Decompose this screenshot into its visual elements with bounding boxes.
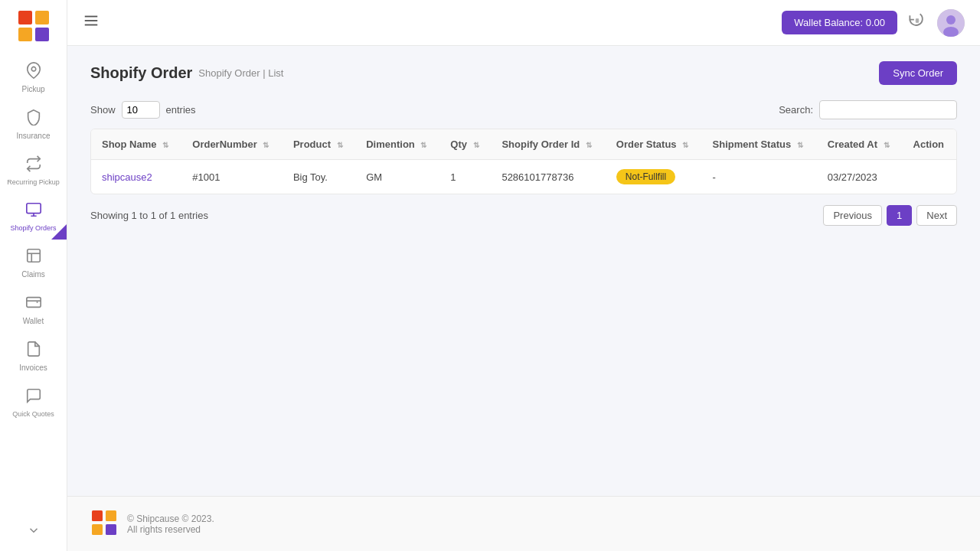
- svg-rect-23: [106, 524, 116, 535]
- sort-shipment-status-icon: ⇅: [797, 141, 803, 149]
- entries-label: entries: [166, 104, 196, 116]
- table-wrapper: Shop Name ⇅ OrderNumber ⇅ Product ⇅ Di: [90, 129, 957, 194]
- sidebar-item-shopify-orders[interactable]: Shopify Orders: [0, 194, 67, 240]
- cell-created-at: 03/27/2023: [817, 160, 903, 194]
- shopify-orders-icon: [25, 201, 42, 222]
- avatar[interactable]: [937, 9, 965, 37]
- sync-order-button[interactable]: Sync Order: [879, 61, 957, 85]
- sidebar-item-quick-quotes-label: Quick Quotes: [9, 410, 57, 418]
- col-order-status[interactable]: Order Status ⇅: [606, 129, 702, 160]
- svg-rect-6: [27, 249, 40, 262]
- quick-quotes-icon: [25, 387, 42, 408]
- breadcrumb: Shopify Order | List: [198, 67, 283, 79]
- col-product[interactable]: Product ⇅: [283, 129, 355, 160]
- col-shopify-order-id[interactable]: Shopify Order Id ⇅: [491, 129, 605, 160]
- invoices-icon: [25, 341, 42, 361]
- cell-shop-name: shipcause2: [91, 160, 181, 194]
- footer-rights: All rights reserved: [127, 524, 214, 535]
- breadcrumb-current: List: [268, 67, 283, 79]
- footer: © Shipcause © 2023. All rights reserved: [67, 496, 980, 551]
- svg-rect-21: [106, 510, 116, 521]
- sort-dimention-icon: ⇅: [420, 141, 426, 149]
- sort-order-number-icon: ⇅: [263, 141, 269, 149]
- pickup-icon: [25, 62, 42, 83]
- pagination-area: Showing 1 to 1 of 1 entries Previous 1 N…: [90, 205, 957, 226]
- header-left: [83, 12, 100, 33]
- svg-point-18: [946, 15, 956, 24]
- wallet-icon: [25, 294, 42, 315]
- sidebar-item-wallet-label: Wallet: [23, 317, 44, 325]
- entries-input[interactable]: [122, 101, 160, 119]
- previous-page-button[interactable]: Previous: [823, 205, 882, 226]
- sidebar-more[interactable]: [0, 516, 67, 551]
- sort-order-status-icon: ⇅: [682, 141, 688, 149]
- sidebar-item-recurring-label: Recurring Pickup: [4, 178, 63, 186]
- sidebar-item-claims-label: Claims: [21, 270, 45, 279]
- refresh-icon[interactable]: [909, 12, 926, 33]
- sort-shopify-order-id-icon: ⇅: [586, 141, 592, 149]
- sidebar-item-invoices-label: Invoices: [19, 364, 47, 372]
- next-page-button[interactable]: Next: [916, 205, 957, 226]
- cell-shipment-status: -: [702, 160, 817, 194]
- col-action: Action: [903, 129, 956, 160]
- search-label: Search:: [779, 104, 813, 116]
- sidebar-item-wallet[interactable]: Wallet: [0, 286, 67, 333]
- table-controls: Show entries Search:: [90, 100, 957, 119]
- footer-copyright: © Shipcause © 2023.: [127, 514, 214, 524]
- svg-rect-5: [26, 204, 40, 214]
- wallet-balance-button[interactable]: Wallet Balance: 0.00: [782, 11, 897, 34]
- orders-table: Shop Name ⇅ OrderNumber ⇅ Product ⇅ Di: [91, 129, 956, 194]
- sidebar-item-claims[interactable]: Claims: [0, 240, 67, 286]
- breadcrumb-link[interactable]: Shopify Order: [198, 67, 260, 79]
- sidebar-item-pickup-label: Pickup: [21, 85, 44, 93]
- header: Wallet Balance: 0.00: [67, 0, 980, 46]
- sort-shop-name-icon: ⇅: [162, 141, 168, 149]
- svg-point-4: [31, 67, 36, 71]
- show-entries-area: Show entries: [90, 101, 196, 119]
- sidebar-item-invoices[interactable]: Invoices: [0, 333, 67, 380]
- sidebar: Pickup Insurance Recurring Pickup Shopif…: [0, 0, 67, 551]
- col-order-number[interactable]: OrderNumber ⇅: [181, 129, 283, 160]
- svg-rect-2: [18, 28, 32, 41]
- svg-rect-22: [92, 524, 103, 535]
- sidebar-item-recurring-pickup[interactable]: Recurring Pickup: [0, 148, 67, 194]
- cell-action: [903, 160, 956, 194]
- header-right: Wallet Balance: 0.00: [782, 9, 965, 37]
- page-1-button[interactable]: 1: [887, 205, 912, 226]
- svg-rect-20: [92, 510, 103, 521]
- col-shop-name[interactable]: Shop Name ⇅: [91, 129, 181, 160]
- cell-product: Big Toy.: [283, 160, 355, 194]
- chevron-down-icon: [27, 523, 41, 541]
- col-qty[interactable]: Qty ⇅: [439, 129, 491, 160]
- col-dimention[interactable]: Dimention ⇅: [355, 129, 439, 160]
- sidebar-item-insurance-label: Insurance: [17, 132, 51, 140]
- footer-logo: [90, 509, 118, 539]
- status-badge: Not-Fullfill: [616, 169, 675, 184]
- col-created-at[interactable]: Created At ⇅: [817, 129, 903, 160]
- table-header-row: Shop Name ⇅ OrderNumber ⇅ Product ⇅ Di: [91, 129, 956, 160]
- svg-rect-0: [18, 11, 32, 24]
- cell-order-status: Not-Fullfill: [606, 160, 702, 194]
- insurance-icon: [25, 109, 42, 129]
- sidebar-item-quick-quotes[interactable]: Quick Quotes: [0, 380, 67, 425]
- showing-text: Showing 1 to 1 of 1 entries: [90, 210, 208, 221]
- page-header: Shopify Order Shopify Order | List Sync …: [90, 61, 957, 85]
- search-input[interactable]: [819, 100, 957, 119]
- show-label: Show: [90, 104, 116, 116]
- footer-text-block: © Shipcause © 2023. All rights reserved: [127, 514, 214, 535]
- cell-shopify-order-id: 5286101778736: [491, 160, 605, 194]
- sort-product-icon: ⇅: [337, 141, 343, 149]
- claims-icon: [25, 247, 42, 268]
- hamburger-icon[interactable]: [83, 12, 100, 33]
- table-row: shipcause2 #1001 Big Toy. GM 1 528610177…: [91, 160, 956, 194]
- col-shipment-status[interactable]: Shipment Status ⇅: [702, 129, 817, 160]
- sidebar-item-shopify-label: Shopify Orders: [7, 224, 59, 232]
- recurring-pickup-icon: [25, 155, 42, 176]
- sort-created-at-icon: ⇅: [884, 141, 890, 149]
- sidebar-item-insurance[interactable]: Insurance: [0, 101, 67, 148]
- cell-order-number: #1001: [181, 160, 283, 194]
- page-title-area: Shopify Order Shopify Order | List: [90, 64, 283, 82]
- sort-qty-icon: ⇅: [473, 141, 479, 149]
- page-content: Shopify Order Shopify Order | List Sync …: [67, 46, 980, 496]
- sidebar-item-pickup[interactable]: Pickup: [0, 54, 67, 101]
